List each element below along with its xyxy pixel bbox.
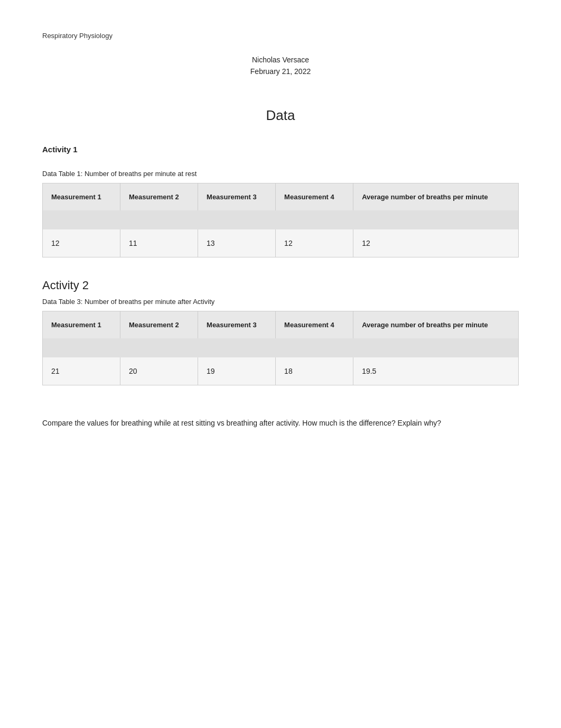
activity1-table-label: Data Table 1: Number of breaths per minu… (42, 170, 519, 178)
activity1-cell-5: 12 (353, 229, 519, 257)
activity1-cell-1: 12 (43, 229, 120, 257)
author-date: February 21, 2022 (42, 67, 519, 76)
activity2-col-4: Measurement 4 (276, 311, 353, 339)
activity2-cell-4: 18 (276, 357, 353, 385)
activity2-cell-3: 19 (198, 357, 276, 385)
activity2-heading: Activity 2 (42, 279, 519, 292)
activity1-data-row: 12 11 13 12 12 (43, 229, 519, 257)
activity1-table: Measurement 1 Measurement 2 Measurement … (42, 183, 519, 257)
activity1-cell-2: 11 (120, 229, 198, 257)
activity2-col-1: Measurement 1 (43, 311, 120, 339)
activity1-heading: Activity 1 (42, 145, 519, 154)
activity1-col-1: Measurement 1 (43, 183, 120, 211)
activity1-col-3: Measurement 3 (198, 183, 276, 211)
activity1-cell-4: 12 (276, 229, 353, 257)
activity2-data-row: 21 20 19 18 19.5 (43, 357, 519, 385)
author-name: Nicholas Versace (42, 56, 519, 64)
activity1-section: Activity 1 Data Table 1: Number of breat… (42, 145, 519, 257)
activity2-table: Measurement 1 Measurement 2 Measurement … (42, 311, 519, 385)
compare-question: Compare the values for breathing while a… (42, 417, 519, 429)
activity2-cell-1: 21 (43, 357, 120, 385)
activity2-col-5: Average number of breaths per minute (353, 311, 519, 339)
activity1-col-4: Measurement 4 (276, 183, 353, 211)
activity2-table-label: Data Table 3: Number of breaths per minu… (42, 298, 519, 306)
activity1-col-5: Average number of breaths per minute (353, 183, 519, 211)
activity1-col-2: Measurement 2 (120, 183, 198, 211)
activity2-section: Activity 2 Data Table 3: Number of breat… (42, 279, 519, 385)
section-title: Data (42, 107, 519, 124)
activity1-cell-3: 13 (198, 229, 276, 257)
activity2-cell-2: 20 (120, 357, 198, 385)
activity2-col-3: Measurement 3 (198, 311, 276, 339)
activity2-cell-5: 19.5 (353, 357, 519, 385)
subject-label: Respiratory Physiology (42, 32, 519, 40)
activity2-col-2: Measurement 2 (120, 311, 198, 339)
